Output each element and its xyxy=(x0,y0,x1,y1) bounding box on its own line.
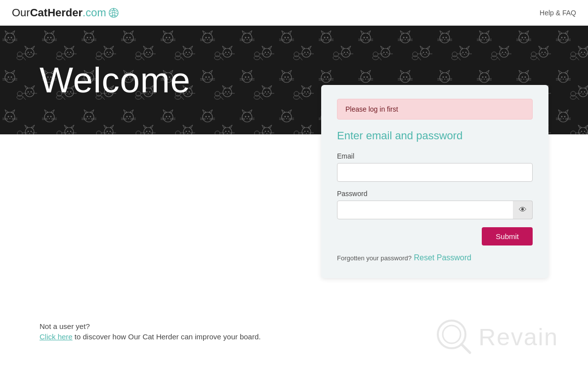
email-group: Email xyxy=(337,152,533,182)
discover-text: to discover how Our Cat Herder can impro… xyxy=(73,332,261,341)
svg-point-24 xyxy=(443,326,461,343)
below-card-section: Not a user yet? Click here to discover h… xyxy=(0,312,300,367)
logo-our: Our xyxy=(12,6,30,19)
password-label: Password xyxy=(337,190,533,198)
yarn-icon xyxy=(108,7,119,18)
main-content: Please log in first Enter email and pass… xyxy=(0,134,588,367)
password-wrapper: 👁 xyxy=(337,201,533,219)
revain-watermark: Revain xyxy=(434,317,558,357)
help-faq-link[interactable]: Help & FAQ xyxy=(540,9,576,17)
forgotten-text: Forgotten your password? xyxy=(337,254,412,262)
logo[interactable]: OurCatHerder.com xyxy=(12,6,119,19)
email-label: Email xyxy=(337,152,533,160)
click-here-link[interactable]: Click here xyxy=(40,332,73,341)
revain-text: Revain xyxy=(479,324,558,351)
discover-line: Click here to discover how Our Cat Herde… xyxy=(40,332,261,341)
hero-title: Welcome xyxy=(0,60,191,100)
not-user-text: Not a user yet? xyxy=(40,322,261,330)
password-group: Password 👁 xyxy=(337,190,533,219)
toggle-password-button[interactable]: 👁 xyxy=(513,201,533,219)
form-heading: Enter email and password xyxy=(337,129,533,142)
submit-button[interactable]: Submit xyxy=(482,227,533,245)
login-card: Please log in first Enter email and pass… xyxy=(321,85,548,278)
svg-line-25 xyxy=(462,344,470,353)
forgotten-password-row: Forgotten your password? Reset Password xyxy=(337,253,533,262)
submit-row: Submit xyxy=(337,227,533,245)
header: OurCatHerder.com Help & FAQ xyxy=(0,0,588,26)
logo-herder: Herder xyxy=(47,6,83,19)
alert-message: Please log in first xyxy=(337,99,533,120)
email-input[interactable] xyxy=(337,163,533,182)
reset-password-link[interactable]: Reset Password xyxy=(414,253,471,262)
logo-cat: Cat xyxy=(30,6,47,19)
logo-dotcom: .com xyxy=(83,6,106,19)
alert-text: Please log in first xyxy=(345,105,398,113)
login-card-wrapper: Please log in first Enter email and pass… xyxy=(321,85,548,278)
eye-icon: 👁 xyxy=(519,205,527,214)
revain-icon xyxy=(434,317,474,357)
password-input[interactable] xyxy=(337,201,533,219)
